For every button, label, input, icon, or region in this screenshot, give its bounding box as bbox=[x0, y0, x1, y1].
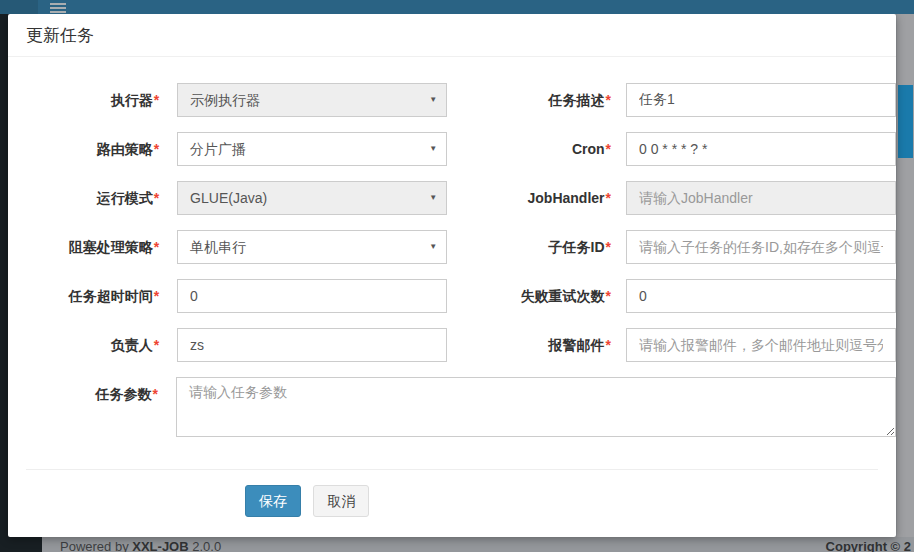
route-strategy-select[interactable]: 分片广播 ▼ bbox=[177, 132, 447, 166]
powered-by-text: Powered by XXL-JOB 2.0.0 bbox=[60, 539, 221, 552]
block-strategy-select[interactable]: 单机串行 ▼ bbox=[177, 230, 447, 264]
job-desc-label: 任务描述* bbox=[447, 83, 611, 117]
jobhandler-input[interactable] bbox=[626, 181, 896, 215]
chevron-down-icon: ▼ bbox=[429, 133, 437, 165]
form-row-job-param: 任务参数* bbox=[26, 377, 896, 441]
fail-retry-input[interactable] bbox=[626, 279, 896, 313]
chevron-down-icon: ▼ bbox=[429, 182, 437, 214]
form-row-block-childjob: 阻塞处理策略* 单机串行 ▼ 子任务ID* bbox=[26, 230, 896, 264]
update-job-form: 执行器* 示例执行器 ▼ 任务描述* 路由策略* 分片广播 bbox=[8, 57, 896, 517]
executor-select[interactable]: 示例执行器 ▼ bbox=[177, 83, 447, 117]
cron-label: Cron* bbox=[447, 132, 611, 166]
author-label: 负责人* bbox=[26, 328, 159, 362]
hamburger-icon[interactable] bbox=[50, 3, 66, 17]
timeout-label: 任务超时时间* bbox=[26, 279, 159, 313]
viewport: Powered by XXL-JOB 2.0.0 Copyright © 2 更… bbox=[0, 0, 914, 552]
job-param-label: 任务参数* bbox=[26, 377, 158, 441]
alarm-email-input[interactable] bbox=[626, 328, 896, 362]
page-footer: Powered by XXL-JOB 2.0.0 Copyright © 2 bbox=[42, 537, 914, 552]
cancel-button[interactable]: 取消 bbox=[313, 485, 369, 517]
logo-zone bbox=[0, 0, 38, 14]
fail-retry-label: 失败重试次数* bbox=[447, 279, 611, 313]
route-strategy-label: 路由策略* bbox=[26, 132, 159, 166]
form-row-timeout-retry: 任务超时时间* 失败重试次数* bbox=[26, 279, 896, 313]
author-input[interactable] bbox=[177, 328, 447, 362]
form-row-executor-desc: 执行器* 示例执行器 ▼ 任务描述* bbox=[26, 83, 896, 117]
divider bbox=[26, 469, 878, 470]
dialog-actions: 保存 取消 bbox=[245, 485, 896, 517]
job-param-textarea[interactable] bbox=[176, 377, 896, 437]
copyright-text: Copyright © 2 bbox=[826, 539, 911, 552]
form-row-gluetype-jobhandler: 运行模式* GLUE(Java) ▼ JobHandler* bbox=[26, 181, 896, 215]
update-job-dialog: 更新任务 执行器* 示例执行器 ▼ 任务描述* 路由策略* bbox=[8, 14, 896, 537]
alarm-email-label: 报警邮件* bbox=[447, 328, 611, 362]
timeout-input[interactable] bbox=[177, 279, 447, 313]
vertical-scrollbar[interactable] bbox=[897, 14, 914, 552]
form-row-route-cron: 路由策略* 分片广播 ▼ Cron* bbox=[26, 132, 896, 166]
child-jobid-label: 子任务ID* bbox=[447, 230, 611, 264]
top-navbar bbox=[0, 0, 914, 14]
child-jobid-input[interactable] bbox=[626, 230, 896, 264]
executor-label: 执行器* bbox=[26, 83, 159, 117]
scrollbar-thumb[interactable] bbox=[898, 85, 913, 158]
dialog-title: 更新任务 bbox=[8, 14, 896, 57]
form-row-author-email: 负责人* 报警邮件* bbox=[26, 328, 896, 362]
chevron-down-icon: ▼ bbox=[429, 231, 437, 263]
job-desc-input[interactable] bbox=[626, 83, 896, 117]
chevron-down-icon: ▼ bbox=[429, 84, 437, 116]
cron-input[interactable] bbox=[626, 132, 896, 166]
block-strategy-label: 阻塞处理策略* bbox=[26, 230, 159, 264]
brand-name: XXL-JOB bbox=[132, 539, 188, 552]
glue-type-select[interactable]: GLUE(Java) ▼ bbox=[177, 181, 447, 215]
save-button[interactable]: 保存 bbox=[245, 485, 301, 517]
jobhandler-label: JobHandler* bbox=[447, 181, 611, 215]
glue-type-label: 运行模式* bbox=[26, 181, 159, 215]
